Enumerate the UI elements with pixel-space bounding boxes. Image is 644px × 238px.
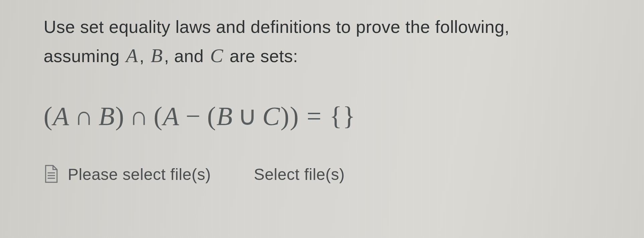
lparen-3: ( [207, 101, 217, 131]
var-B-1: B [99, 101, 115, 131]
prompt-line-2-pre: assuming [44, 46, 125, 66]
set-A: A [125, 45, 140, 66]
file-upload-row: Please select file(s) Select file(s) [44, 165, 607, 184]
union: ∪ [233, 101, 262, 131]
equals: = [299, 101, 329, 131]
prompt-line-2-post: are sets: [225, 46, 298, 66]
var-A-2: A [163, 101, 180, 131]
var-B-2: B [217, 101, 233, 131]
lparen-1: ( [44, 101, 53, 131]
var-C-1: C [262, 101, 280, 131]
question-prompt: Use set equality laws and definitions to… [44, 13, 607, 70]
rparen-3: ) [280, 101, 290, 131]
question-page: Use set equality laws and definitions to… [0, 0, 644, 238]
lparen-2: ( [154, 101, 163, 131]
set-minus: − [180, 101, 207, 131]
prompt-comma-2: , and [164, 46, 209, 66]
rparen-1: ) [115, 101, 125, 131]
equation: (A∩B)∩(A−(B∪C))={} [44, 101, 607, 131]
var-A-1: A [53, 101, 70, 131]
intersect-1: ∩ [70, 101, 99, 131]
rparen-2: ) [290, 101, 299, 131]
prompt-line-1: Use set equality laws and definitions to… [44, 17, 509, 37]
select-files-button[interactable]: Select file(s) [254, 165, 345, 184]
prompt-comma-1: , [139, 46, 149, 66]
set-C: C [209, 45, 224, 66]
file-upload-label: Please select file(s) [68, 165, 211, 184]
set-B: B [149, 45, 164, 66]
empty-set: {} [329, 101, 356, 131]
intersect-2: ∩ [125, 101, 154, 131]
document-icon [44, 165, 58, 184]
